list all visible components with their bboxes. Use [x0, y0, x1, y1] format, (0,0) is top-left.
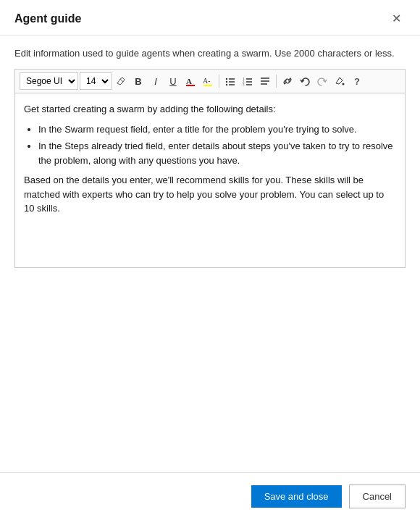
close-button[interactable]: ✕ — [387, 12, 406, 26]
link-icon — [282, 76, 293, 86]
redo-button[interactable] — [314, 72, 330, 90]
toolbar-divider-2 — [276, 75, 277, 88]
bullet-list-button[interactable] — [222, 72, 238, 90]
svg-point-4 — [226, 78, 227, 80]
justify-icon — [260, 76, 270, 86]
highlight-icon — [116, 76, 126, 86]
dialog-title: Agent guide — [14, 12, 81, 25]
font-color-button[interactable]: A — [182, 72, 198, 90]
editor-container: Segoe UI 14 B I U A — [14, 69, 406, 268]
help-icon: ? — [354, 76, 360, 87]
svg-text:A: A — [186, 77, 192, 85]
undo-button[interactable] — [297, 72, 313, 90]
bold-button[interactable]: B — [130, 72, 146, 90]
justify-button[interactable] — [257, 72, 273, 90]
italic-button[interactable]: I — [148, 72, 164, 90]
ordered-list-button[interactable]: 1. 2. 3. — [240, 72, 256, 90]
highlight-button[interactable] — [113, 72, 129, 90]
svg-point-19 — [343, 83, 345, 85]
svg-text:3.: 3. — [243, 83, 245, 86]
editor-bullet-1: In the Swarm request field, enter a titl… — [38, 122, 396, 137]
bullet-list-icon — [225, 76, 235, 86]
dialog-header: Agent guide ✕ — [0, 0, 420, 35]
ordered-list-icon: 1. 2. 3. — [243, 76, 253, 86]
svg-point-6 — [226, 81, 227, 83]
underline-button[interactable]: U — [165, 72, 181, 90]
dialog-body: Edit information used to guide agents wh… — [0, 35, 420, 472]
editor-list: In the Swarm request field, enter a titl… — [38, 122, 396, 168]
cancel-button[interactable]: Cancel — [349, 485, 406, 508]
dialog-footer: Save and close Cancel — [0, 472, 420, 520]
link-button[interactable] — [280, 72, 295, 90]
undo-icon — [300, 76, 310, 86]
editor-intro: Get started creating a swarm by adding t… — [24, 102, 396, 117]
save-close-button[interactable]: Save and close — [251, 485, 342, 508]
font-color-icon: A — [185, 76, 196, 86]
editor-paragraph-2: Based on the details you enter, we'll re… — [24, 173, 396, 216]
paint-bucket-button[interactable] — [332, 72, 348, 90]
font-size-select[interactable]: 14 — [80, 72, 112, 90]
redo-icon — [317, 76, 327, 86]
description-text: Edit information used to guide agents wh… — [14, 47, 406, 60]
agent-guide-dialog: Agent guide ✕ Edit information used to g… — [0, 0, 420, 520]
text-color-icon: A- — [203, 76, 213, 86]
editor-bullet-2: In the Steps already tried field, enter … — [38, 139, 396, 167]
editor-toolbar: Segoe UI 14 B I U A — [15, 70, 405, 93]
text-color-button[interactable]: A- — [200, 72, 216, 90]
help-button[interactable]: ? — [349, 72, 365, 90]
font-family-select[interactable]: Segoe UI — [20, 72, 78, 90]
paint-bucket-icon — [335, 76, 345, 86]
svg-text:A-: A- — [203, 77, 211, 85]
editor-content-area[interactable]: Get started creating a swarm by adding t… — [15, 93, 405, 267]
svg-point-8 — [226, 84, 227, 85]
toolbar-divider-1 — [219, 75, 219, 88]
